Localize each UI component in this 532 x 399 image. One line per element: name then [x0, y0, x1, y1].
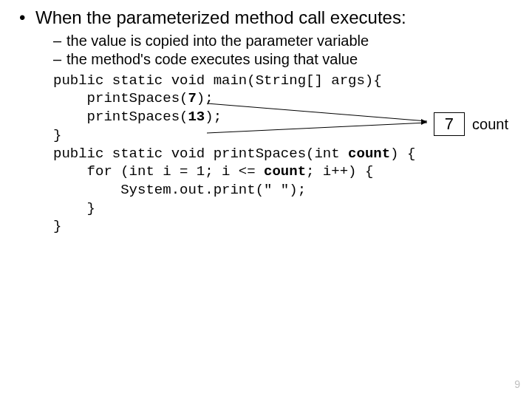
slide: When the parameterized method call execu…: [0, 0, 532, 399]
sub-bullet-list: the value is copied into the parameter v…: [15, 32, 517, 69]
value-annotation: 7 count: [434, 112, 508, 136]
code-param-count: count: [348, 146, 390, 162]
code-line-6c: ; i++) {: [306, 163, 373, 180]
page-number: 9: [514, 378, 520, 390]
main-bullet: When the parameterized method call execu…: [15, 7, 517, 29]
code-line-2c: );: [197, 90, 214, 106]
code-arg-13: 13: [188, 109, 205, 125]
sub-bullet-2: the method's code executes using that va…: [53, 50, 517, 69]
code-var-count: count: [264, 163, 306, 180]
code-line-9: }: [53, 218, 61, 234]
code-line-3a: printSpaces(: [53, 109, 188, 125]
code-line-3c: );: [205, 109, 222, 125]
code-line-5c: ) {: [390, 146, 415, 162]
code-line-1: public static void main(String[] args){: [53, 72, 382, 89]
value-label: count: [472, 116, 508, 133]
code-line-4: }: [53, 127, 61, 143]
code-line-6a: for (int i = 1; i <=: [53, 163, 264, 180]
code-line-2a: printSpaces(: [53, 90, 188, 106]
code-block: public static void main(String[] args){ …: [15, 72, 517, 236]
code-line-7: System.out.print(" ");: [53, 182, 306, 198]
code-line-8: }: [53, 200, 95, 216]
code-line-5a: public static void printSpaces(int: [53, 146, 348, 162]
value-box: 7: [434, 112, 465, 136]
sub-bullet-1: the value is copied into the parameter v…: [53, 32, 517, 50]
code-arg-7: 7: [188, 90, 196, 106]
